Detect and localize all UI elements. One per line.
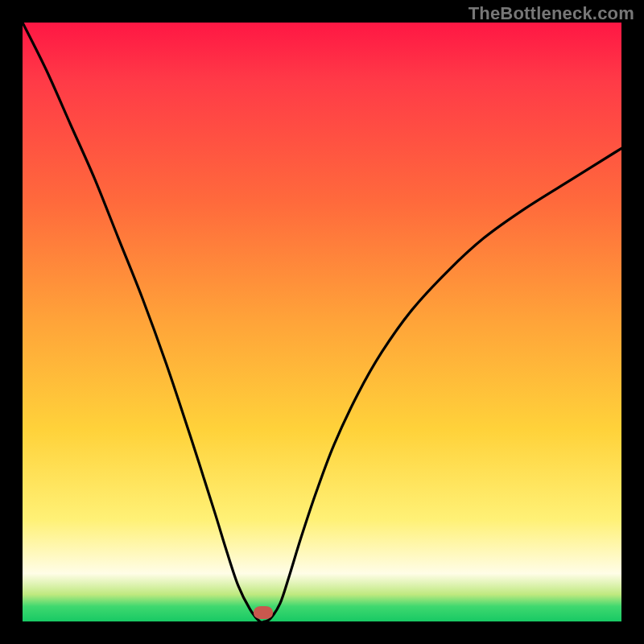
bottleneck-curve: [23, 23, 621, 621]
plot-area: [23, 23, 621, 621]
watermark-text: TheBottleneck.com: [469, 3, 634, 24]
chart-frame: TheBottleneck.com: [0, 0, 644, 644]
optimum-marker: [254, 606, 273, 619]
